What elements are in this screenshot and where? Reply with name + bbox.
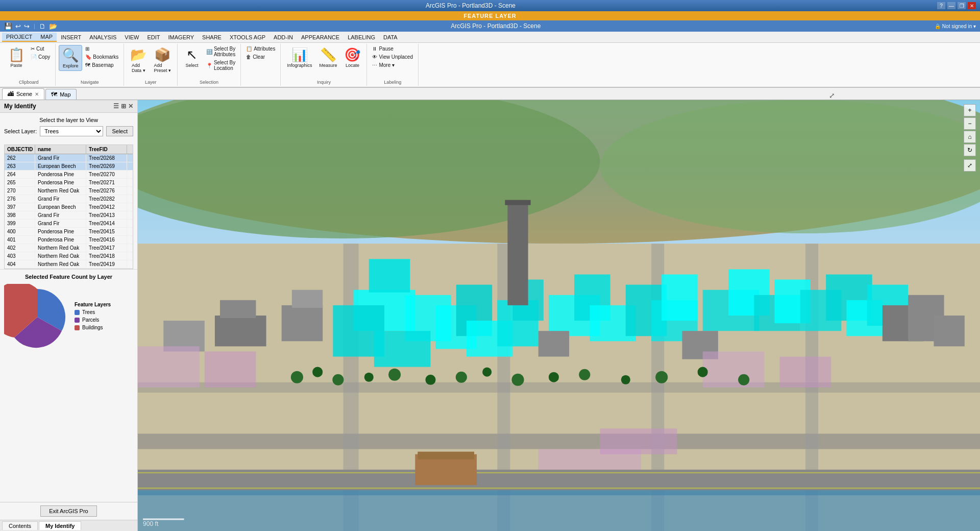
grid-row[interactable]: 265 Ponderosa Pine Tree/20271 — [5, 179, 133, 187]
home-button[interactable]: ⌂ — [964, 131, 976, 143]
rotate-button[interactable]: ↻ — [964, 144, 976, 156]
minimize-button[interactable]: — — [947, 2, 955, 9]
menu-imagery[interactable]: IMAGERY — [164, 33, 199, 41]
legend-parcels: Parcels — [75, 317, 111, 323]
menu-map[interactable]: MAP — [36, 33, 57, 42]
select-layer-label: Select Layer: — [4, 128, 37, 134]
close-button[interactable]: ✕ — [968, 2, 976, 9]
ribbon-group-layer: 📂 AddData ▾ 📦 AddPreset ▾ Layer — [124, 44, 178, 86]
add-preset-button[interactable]: 📦 AddPreset ▾ — [151, 45, 174, 75]
grid-row[interactable]: 399 Grand Fir Tree/20414 — [5, 220, 133, 228]
scene-view[interactable]: 900 ft — [138, 100, 980, 531]
grid-row[interactable]: 264 Ponderosa Pine Tree/20270 — [5, 171, 133, 179]
grid-row[interactable]: 398 Grand Fir Tree/20413 — [5, 211, 133, 220]
add-preset-icon: 📦 — [154, 47, 170, 63]
svg-text:900 ft: 900 ft — [143, 521, 159, 528]
svg-point-57 — [388, 369, 401, 381]
qa-undo[interactable]: ↩ — [15, 22, 21, 30]
map-area[interactable]: 900 ft + − ⌂ ↻ ⤢ — [138, 100, 980, 531]
my-identify-tab[interactable]: My Identify — [39, 521, 81, 530]
scene-tab-close[interactable]: ✕ — [35, 91, 39, 97]
layer-label: Layer — [127, 79, 174, 85]
locate-icon: 🎯 — [344, 47, 360, 63]
help-button[interactable]: ? — [937, 2, 945, 9]
qa-save[interactable]: 💾 — [4, 22, 12, 30]
grid-row[interactable]: 276 Grand Fir Tree/20282 — [5, 195, 133, 203]
menu-xtools[interactable]: XTOOLS AGP — [226, 33, 270, 41]
restore-button[interactable]: ❐ — [958, 2, 966, 9]
select-by-attributes-button[interactable]: 🔡 Select ByAttributes — [204, 45, 237, 58]
panel-close-button[interactable]: ✕ — [128, 103, 133, 110]
menu-addin[interactable]: ADD-IN — [270, 33, 297, 41]
explore-icon: 🔍 — [62, 47, 79, 63]
legend-label-trees: Trees — [82, 309, 95, 315]
scene-tab[interactable]: 🏙 Scene ✕ — [2, 88, 44, 100]
grid-row[interactable]: 403 Northern Red Oak Tree/20418 — [5, 252, 133, 260]
grid-row[interactable]: 400 Ponderosa Pine Tree/20415 — [5, 228, 133, 236]
grid-body[interactable]: 262 Grand Fir Tree/20268 263 European Be… — [5, 154, 133, 269]
svg-rect-52 — [600, 428, 677, 454]
cell-objectid: 276 — [5, 195, 35, 203]
svg-rect-42 — [538, 331, 569, 356]
menu-analysis[interactable]: ANALYSIS — [85, 33, 120, 41]
layer-dropdown[interactable]: Trees Parcels Buildings — [40, 126, 103, 136]
paste-button[interactable]: 📋 Paste — [5, 45, 28, 70]
menu-appearance[interactable]: APPEARANCE — [297, 33, 344, 41]
grid-row[interactable]: 397 European Beech Tree/20412 — [5, 203, 133, 211]
select-by-location-button[interactable]: 📍 Select ByLocation — [204, 59, 237, 72]
qa-redo[interactable]: ↪ — [24, 22, 30, 30]
locate-button[interactable]: 🎯 Locate — [341, 45, 363, 70]
menu-data[interactable]: DATA — [379, 33, 402, 41]
map-tab[interactable]: 🗺 Map — [45, 89, 76, 100]
menu-insert[interactable]: INSERT — [57, 33, 85, 41]
menu-view[interactable]: VIEW — [120, 33, 143, 41]
more-button[interactable]: ⋯ More ▾ — [370, 61, 415, 69]
grid-row[interactable]: 402 Northern Red Oak Tree/20417 — [5, 244, 133, 252]
select-button[interactable]: ↖ Select — [181, 45, 203, 70]
inquiry-label: Inquiry — [284, 79, 363, 85]
attributes-button[interactable]: 📋 Attributes — [244, 45, 277, 53]
grid-row[interactable]: 270 Northern Red Oak Tree/20276 — [5, 187, 133, 195]
grid-row[interactable]: 404 Northern Red Oak Tree/20419 — [5, 260, 133, 269]
grid-row[interactable]: 263 European Beech Tree/20269 — [5, 162, 133, 171]
expand-button[interactable]: ⤢ — [964, 159, 976, 172]
select-layer-button[interactable]: Select — [106, 126, 133, 136]
menu-labeling[interactable]: LABELING — [344, 33, 379, 41]
selection-label: Selection — [181, 79, 237, 85]
contents-tab[interactable]: Contents — [2, 521, 38, 530]
measure-button[interactable]: 📏 Measure — [316, 45, 340, 70]
select-location-icon: 📍 — [206, 63, 212, 68]
bookmarks-button[interactable]: 🔖 Bookmarks — [83, 53, 120, 61]
panel-options-button[interactable]: ☰ — [113, 103, 119, 110]
maximize-view-button[interactable]: ⤢ — [829, 91, 835, 100]
explore-button[interactable]: 🔍 Explore — [59, 45, 82, 71]
qa-new[interactable]: 🗋 — [39, 22, 46, 30]
qa-open[interactable]: 📂 — [49, 22, 57, 30]
infographics-button[interactable]: 📊 Infographics — [284, 45, 315, 70]
add-data-button[interactable]: 📂 AddData ▾ — [127, 45, 150, 75]
cell-treefid: Tree/20419 — [86, 260, 127, 268]
panel-dock-button[interactable]: ⊞ — [121, 103, 126, 110]
cut-button[interactable]: ✂ Cut — [29, 45, 52, 53]
chart-area: Selected Feature Count by Layer Feature … — [0, 269, 137, 502]
grid-view-button[interactable]: ⊞ — [83, 45, 120, 53]
add-data-icon: 📂 — [130, 47, 146, 63]
cell-treefid: Tree/20268 — [86, 154, 127, 162]
basemap-button[interactable]: 🗺 Basemap — [83, 61, 120, 69]
clear-button[interactable]: 🗑 Clear — [244, 53, 277, 61]
menu-project[interactable]: PROJECT — [2, 33, 36, 42]
grid-row[interactable]: 262 Grand Fir Tree/20268 — [5, 154, 133, 162]
pause-button[interactable]: ⏸ Pause — [370, 45, 415, 53]
exit-arcgis-button[interactable]: Exit ArcGIS Pro — [40, 505, 96, 517]
cut-icon: ✂ — [31, 46, 35, 52]
copy-button[interactable]: 📄 Copy — [29, 53, 52, 61]
menu-edit[interactable]: EDIT — [143, 33, 164, 41]
identify-title: My Identify — [4, 103, 36, 110]
zoom-out-button[interactable]: − — [964, 117, 976, 130]
zoom-in-button[interactable]: + — [964, 104, 976, 116]
menu-share[interactable]: SHARE — [198, 33, 226, 41]
map-tab-label: Map — [60, 91, 70, 98]
view-unplaced-button[interactable]: 👁 View Unplaced — [370, 53, 415, 61]
grid-row[interactable]: 401 Ponderosa Pine Tree/20416 — [5, 236, 133, 244]
sign-in-status[interactable]: 🔒 Not signed in ▾ — [935, 23, 976, 29]
